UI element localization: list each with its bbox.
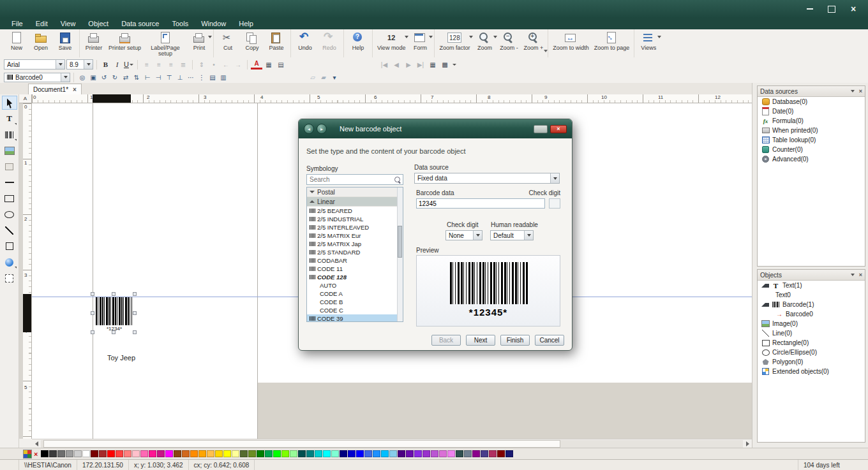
palette-swatch[interactable] — [447, 450, 455, 457]
next-record-icon[interactable]: ▶ — [403, 59, 414, 70]
scroll-right-icon[interactable] — [743, 440, 752, 448]
dialog-minimize-icon[interactable] — [534, 125, 548, 133]
panel-caret-icon[interactable] — [851, 274, 855, 276]
tool-button[interactable] — [2, 128, 17, 142]
font-size-select[interactable]: 8.9 — [66, 59, 93, 70]
fill-color-icon[interactable]: ▣ — [88, 73, 98, 82]
borders-icon[interactable]: ▦ — [263, 59, 274, 70]
panel-close-icon[interactable]: × — [859, 272, 862, 278]
object-select[interactable]: Barcode0 — [4, 73, 70, 82]
toolbar-button[interactable]: Zoom — [472, 29, 497, 57]
symbology-item[interactable]: CODE C — [307, 306, 403, 314]
palette-swatch[interactable] — [315, 450, 322, 457]
palette-swatch[interactable] — [439, 450, 447, 457]
window-close-icon[interactable]: × — [844, 3, 863, 15]
rotate-right-icon[interactable]: ↻ — [110, 73, 120, 82]
palette-swatch[interactable] — [298, 450, 306, 457]
palette-swatch[interactable] — [198, 450, 206, 457]
align-left-icon[interactable]: ≡ — [141, 59, 153, 70]
objects-panel-header[interactable]: Objects × — [758, 270, 865, 281]
scrollbar-track[interactable] — [41, 440, 743, 448]
palette-swatch[interactable] — [281, 450, 289, 457]
dialog-title-bar[interactable]: New barcode object × — [299, 119, 572, 138]
toolbar-button[interactable]: Print — [187, 29, 211, 57]
scroll-left-icon[interactable] — [32, 440, 41, 448]
toolbar-button[interactable]: Form — [408, 29, 432, 57]
palette-swatch[interactable] — [306, 450, 314, 457]
palette-swatch[interactable] — [472, 450, 480, 457]
palette-swatch[interactable] — [107, 450, 115, 457]
toolbar-button[interactable]: 12 View mode — [375, 29, 408, 57]
toolbar-button[interactable]: Copy — [240, 29, 264, 57]
menu-item[interactable]: View — [54, 19, 82, 28]
toolbar-button[interactable]: New — [4, 29, 29, 57]
distribute-vertical-icon[interactable]: ⋮ — [197, 73, 207, 82]
flip-vertical-icon[interactable]: ⇅ — [131, 73, 142, 82]
bring-forward-icon[interactable]: ▥ — [218, 73, 228, 82]
align-right-edge-icon[interactable]: ⊣ — [153, 73, 163, 82]
palette-swatch[interactable] — [207, 450, 214, 457]
tool-button[interactable] — [2, 112, 17, 126]
palette-swatch[interactable] — [356, 450, 364, 457]
data-source-item[interactable]: Database(0) — [758, 97, 865, 106]
tool-button[interactable] — [2, 255, 17, 269]
palette-swatch[interactable] — [489, 450, 497, 457]
color-palette-icon[interactable] — [23, 450, 32, 459]
rotate-left-icon[interactable]: ↺ — [99, 73, 109, 82]
palette-swatch[interactable] — [505, 450, 513, 457]
no-color-icon[interactable]: × — [34, 450, 38, 458]
symbology-item[interactable]: CODE B — [307, 298, 403, 306]
objects-tree-item[interactable]: Polygon(0) — [758, 357, 865, 367]
palette-swatch[interactable] — [265, 450, 273, 457]
document-tab[interactable]: Document1* × — [28, 84, 82, 94]
visibility-icon[interactable]: ◎ — [77, 73, 87, 82]
nav-options-caret-icon[interactable] — [453, 64, 456, 66]
palette-swatch[interactable] — [423, 450, 430, 457]
data-source-item[interactable]: Formula(0) — [758, 116, 865, 126]
palette-swatch[interactable] — [373, 450, 380, 457]
palette-swatch[interactable] — [331, 450, 339, 457]
selection-handle[interactable] — [133, 311, 137, 315]
distribute-horizontal-icon[interactable]: ⋯ — [186, 73, 196, 82]
symbology-item[interactable]: CODE 128 — [307, 273, 403, 281]
indent-icon[interactable]: → — [232, 59, 244, 70]
font-family-select[interactable]: Arial — [4, 59, 65, 70]
window-maximize-icon[interactable] — [822, 3, 841, 15]
toolbar-button[interactable]: Undo — [293, 29, 317, 57]
palette-swatch[interactable] — [49, 450, 57, 457]
symbology-item[interactable]: 2/5 INTERLEAVED — [307, 223, 403, 231]
symbology-item[interactable]: 2/5 MATRIX Eur — [307, 231, 403, 240]
font-color-icon[interactable]: A — [251, 60, 262, 70]
tool-button[interactable] — [2, 191, 17, 205]
scrollbar-thumb[interactable] — [398, 226, 402, 258]
tool-button[interactable] — [2, 175, 17, 189]
outdent-icon[interactable]: ← — [220, 59, 232, 70]
palette-swatch[interactable] — [497, 450, 505, 457]
toolbar-button[interactable]: Views — [636, 29, 661, 57]
field-list-icon[interactable]: ▩ — [439, 59, 451, 70]
menu-item[interactable]: Window — [195, 19, 232, 28]
symbology-item[interactable]: CODE A — [307, 290, 403, 298]
palette-swatch[interactable] — [91, 450, 98, 457]
menu-item[interactable]: Object — [82, 19, 115, 28]
data-source-select[interactable]: Fixed data — [414, 173, 560, 184]
palette-swatch[interactable] — [82, 450, 90, 457]
dialog-back-icon[interactable] — [304, 124, 314, 134]
data-source-item[interactable]: Counter(0) — [758, 145, 865, 154]
symbology-item[interactable]: 2/5 MATRIX Jap — [307, 240, 403, 248]
selection-handle[interactable] — [112, 292, 116, 296]
bullets-icon[interactable]: • — [208, 59, 220, 70]
tool-button[interactable] — [2, 207, 17, 221]
toolbar-button[interactable]: Printer — [82, 29, 106, 57]
line-spacing-icon[interactable]: ⇕ — [196, 59, 207, 70]
dialog-button[interactable]: Next — [466, 335, 495, 346]
palette-swatch[interactable] — [481, 450, 488, 457]
palette-swatch[interactable] — [149, 450, 156, 457]
palette-swatch[interactable] — [248, 450, 256, 457]
objects-tree-item[interactable]: Barcode0 — [758, 309, 865, 319]
human-readable-select[interactable]: Default — [490, 230, 534, 240]
tool-button[interactable] — [2, 143, 17, 158]
prev-record-icon[interactable]: ◀ — [391, 59, 402, 70]
palette-swatch[interactable] — [157, 450, 165, 457]
symbology-item[interactable]: CODABAR — [307, 256, 403, 265]
